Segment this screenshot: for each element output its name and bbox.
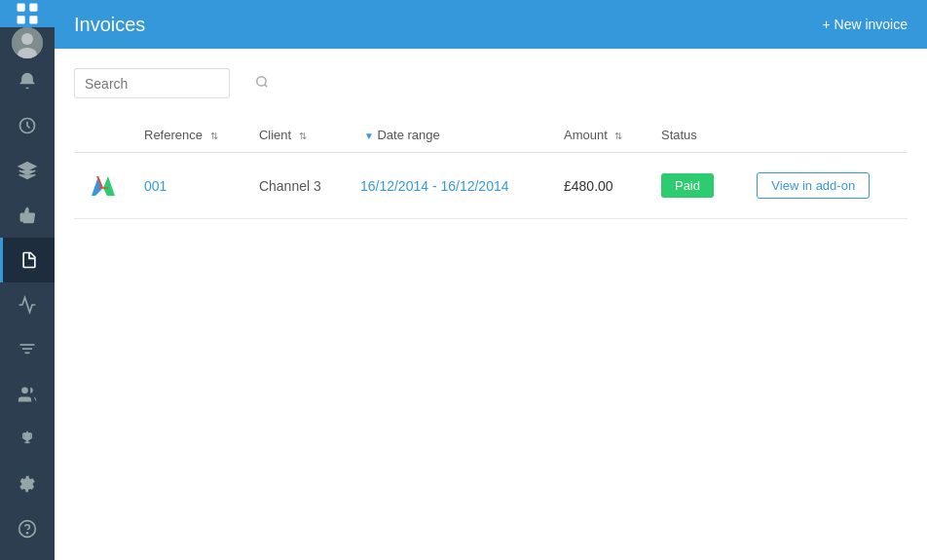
layers-icon bbox=[18, 161, 37, 180]
reference-sort-icon: ⇅ bbox=[210, 131, 218, 141]
row-status-cell: Paid bbox=[649, 153, 739, 219]
clock-icon bbox=[18, 116, 37, 135]
date-range: 16/12/2014 - 16/12/2014 bbox=[360, 178, 509, 194]
help-icon bbox=[18, 519, 37, 539]
sidebar-item-chat[interactable] bbox=[0, 551, 55, 560]
col-icon-header bbox=[74, 118, 132, 153]
sidebar-item-team[interactable] bbox=[0, 372, 55, 417]
col-actions-header bbox=[739, 118, 908, 153]
sidebar-logo[interactable] bbox=[0, 0, 55, 27]
table-header: Reference ⇅ Client ⇅ ▼ Date range Amount… bbox=[74, 118, 908, 153]
analytics-icon bbox=[18, 295, 37, 315]
amount-sort-icon: ⇅ bbox=[614, 131, 622, 141]
sidebar-item-invoices[interactable] bbox=[0, 238, 55, 282]
sidebar-item-thumbsup[interactable] bbox=[0, 193, 55, 238]
svg-rect-1 bbox=[29, 4, 37, 12]
main-area: Invoices + New invoice Reference ⇅ bbox=[55, 0, 927, 560]
col-status-header: Status bbox=[649, 118, 739, 153]
amount-value: £480.00 bbox=[564, 178, 613, 194]
svg-point-5 bbox=[21, 33, 33, 45]
sidebar-item-filters[interactable] bbox=[0, 327, 55, 372]
reference-link[interactable]: 001 bbox=[144, 178, 167, 194]
svg-rect-8 bbox=[20, 344, 35, 346]
sidebar-item-clock[interactable] bbox=[0, 103, 55, 148]
sidebar-item-help[interactable] bbox=[0, 506, 55, 551]
view-in-addon-button[interactable]: View in add-on bbox=[757, 172, 870, 199]
content-area: Reference ⇅ Client ⇅ ▼ Date range Amount… bbox=[55, 49, 927, 560]
sidebar-item-integrations[interactable] bbox=[0, 417, 55, 462]
row-daterange-cell: 16/12/2014 - 16/12/2014 bbox=[349, 153, 552, 219]
sidebar-item-analytics[interactable] bbox=[0, 282, 55, 327]
filters-icon bbox=[18, 340, 37, 359]
page-title: Invoices bbox=[74, 14, 145, 36]
svg-point-11 bbox=[21, 388, 28, 394]
invoice-table: Reference ⇅ Client ⇅ ▼ Date range Amount… bbox=[74, 118, 908, 219]
daterange-sort-icon-desc: ▼ bbox=[364, 131, 374, 141]
svg-rect-0 bbox=[18, 4, 25, 12]
sidebar-item-layers[interactable] bbox=[0, 148, 55, 193]
row-amount-cell: £480.00 bbox=[552, 153, 649, 219]
svg-rect-3 bbox=[29, 16, 37, 23]
table-row: 001 Channel 3 16/12/2014 - 16/12/2014 £4… bbox=[74, 153, 908, 219]
sidebar-avatar[interactable] bbox=[0, 27, 55, 58]
plug-icon bbox=[18, 429, 37, 449]
row-icon-cell bbox=[74, 153, 132, 219]
sidebar bbox=[0, 0, 55, 560]
row-actions-cell: View in add-on bbox=[739, 153, 908, 219]
svg-line-19 bbox=[265, 85, 268, 88]
svg-marker-21 bbox=[103, 176, 115, 196]
svg-rect-23 bbox=[98, 187, 108, 189]
row-app-icon bbox=[86, 167, 121, 202]
search-bar bbox=[74, 68, 230, 98]
svg-rect-10 bbox=[25, 353, 30, 355]
sidebar-item-settings[interactable] bbox=[0, 462, 55, 506]
col-amount-header[interactable]: Amount ⇅ bbox=[552, 118, 649, 153]
avatar-image bbox=[12, 27, 43, 58]
team-icon bbox=[18, 385, 37, 404]
col-reference-header[interactable]: Reference ⇅ bbox=[132, 118, 247, 153]
row-client-cell: Channel 3 bbox=[247, 153, 349, 219]
table-body: 001 Channel 3 16/12/2014 - 16/12/2014 £4… bbox=[74, 153, 908, 219]
sidebar-nav bbox=[0, 58, 55, 560]
bell-icon bbox=[18, 71, 37, 91]
client-sort-icon: ⇅ bbox=[299, 131, 307, 141]
new-invoice-button[interactable]: + New invoice bbox=[822, 17, 908, 32]
col-client-header[interactable]: Client ⇅ bbox=[247, 118, 349, 153]
search-icon bbox=[255, 75, 269, 92]
search-input[interactable] bbox=[85, 76, 255, 92]
gear-icon bbox=[18, 474, 37, 494]
col-daterange-header[interactable]: ▼ Date range bbox=[349, 118, 552, 153]
row-reference-cell: 001 bbox=[132, 153, 247, 219]
svg-rect-9 bbox=[22, 348, 32, 350]
avatar bbox=[12, 27, 43, 58]
client-name: Channel 3 bbox=[259, 178, 321, 194]
paid-status-badge: Paid bbox=[661, 173, 714, 198]
document-icon bbox=[19, 250, 39, 270]
sidebar-item-notifications[interactable] bbox=[0, 58, 55, 103]
grid-icon bbox=[14, 0, 41, 27]
header: Invoices + New invoice bbox=[55, 0, 927, 49]
svg-point-18 bbox=[257, 77, 266, 86]
thumbsup-icon bbox=[18, 205, 37, 225]
svg-rect-2 bbox=[18, 16, 25, 23]
